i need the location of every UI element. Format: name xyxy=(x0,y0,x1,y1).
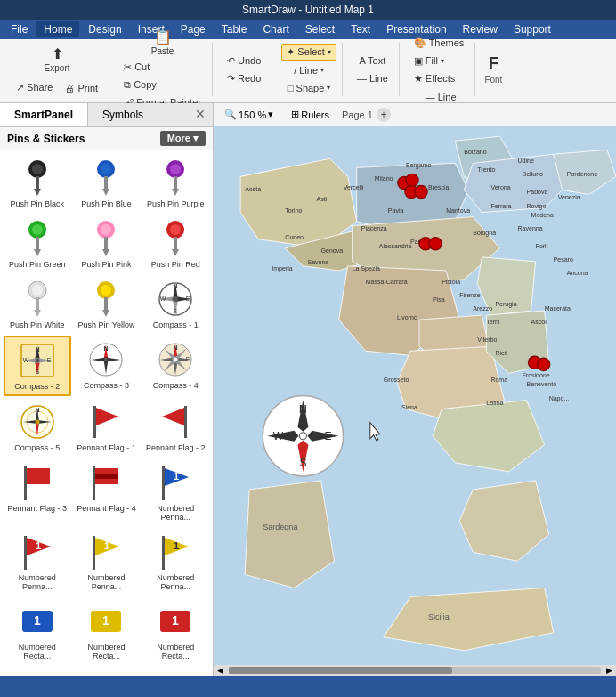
menu-select[interactable]: Select xyxy=(298,21,342,37)
push-pin-yellow-label: Push Pin Yellow xyxy=(77,320,134,329)
symbol-compass-5[interactable]: N Compass - 5 xyxy=(4,398,71,457)
line-button[interactable]: / Line ▾ xyxy=(288,62,329,78)
svg-text:E: E xyxy=(46,357,51,363)
svg-text:Brescia: Brescia xyxy=(428,184,449,190)
numbered-penna-2-img: 1 xyxy=(18,532,57,571)
numbered-recta-1-img: 1 xyxy=(18,602,57,641)
symbol-numbered-penna-1[interactable]: 1 Numbered Penna... xyxy=(142,458,209,526)
symbol-compass-4[interactable]: N E Compass - 4 xyxy=(142,336,209,396)
symbol-push-pin-white[interactable]: Push Pin White xyxy=(4,275,71,334)
add-page-button[interactable]: + xyxy=(377,108,391,122)
paste-button[interactable]: 📋 Paste xyxy=(142,29,184,57)
svg-text:Pisa: Pisa xyxy=(433,296,445,303)
svg-text:1: 1 xyxy=(172,613,179,628)
svg-text:Roma: Roma xyxy=(490,377,507,383)
menu-design[interactable]: Design xyxy=(81,21,128,37)
select-button[interactable]: ✦ Select ▾ xyxy=(281,44,336,61)
svg-text:Bologna: Bologna xyxy=(473,230,496,237)
svg-point-79 xyxy=(35,420,39,425)
more-button[interactable]: More ▾ xyxy=(160,131,206,146)
svg-text:Ascoli: Ascoli xyxy=(531,319,548,325)
page-indicator: Page 1 + xyxy=(342,108,391,122)
push-pin-red-label: Push Pin Red xyxy=(151,260,200,269)
undo-button[interactable]: ↶ Undo xyxy=(222,53,266,69)
symbol-compass-3[interactable]: N Compass - 3 xyxy=(73,336,141,396)
symbol-numbered-penna-3[interactable]: 1 Numbered Penna... xyxy=(73,528,141,596)
canvas-content[interactable]: Aosta Torino Cuneo Asti Vercelli Milano … xyxy=(214,126,616,665)
print-button[interactable]: 🖨 Print xyxy=(60,79,103,96)
copy-button[interactable]: ⧉ Copy xyxy=(118,77,207,93)
symbol-dot-sticker-black[interactable]: Dot Sticker Black xyxy=(4,667,71,676)
symbol-compass-2[interactable]: N S W E Compass - 2 xyxy=(4,336,71,396)
symbol-numbered-penna-4[interactable]: 1 Numbered Penna... xyxy=(142,528,209,596)
menu-chart[interactable]: Chart xyxy=(255,21,296,37)
symbol-compass-1[interactable]: N S W E Compass - 1 xyxy=(142,275,209,334)
svg-text:Modena: Modena xyxy=(531,212,554,218)
symbol-dot-sticker-blue[interactable]: Dot Sticker Blue xyxy=(73,667,141,676)
symbol-push-pin-green[interactable]: Push Pin Green xyxy=(4,215,71,273)
symbols-tab[interactable]: Symbols xyxy=(88,103,158,126)
export-icon: ⬆ xyxy=(52,47,63,61)
scroll-left-button[interactable]: ◀ xyxy=(214,666,227,675)
scroll-right-button[interactable]: ▶ xyxy=(603,666,616,675)
line3-button[interactable]: — Line xyxy=(420,89,462,105)
line2-button[interactable]: — Line xyxy=(352,70,393,86)
smartpanel-tab[interactable]: SmartPanel xyxy=(0,103,88,126)
symbol-push-pin-yellow[interactable]: Push Pin Yellow xyxy=(73,275,141,334)
symbol-push-pin-pink[interactable]: Push Pin Pink xyxy=(73,215,141,273)
svg-text:N: N xyxy=(35,407,39,413)
symbol-pennant-flag-3[interactable]: Pennant Flag - 3 xyxy=(4,458,71,526)
svg-text:Bergamo: Bergamo xyxy=(406,162,432,169)
symbol-pennant-flag-4[interactable]: Pennant Flag - 4 xyxy=(73,458,141,526)
redo-button[interactable]: ↷ Redo xyxy=(222,70,266,87)
cut-button[interactable]: ✂ Cut xyxy=(118,59,207,76)
push-pin-green-label: Push Pin Green xyxy=(9,260,66,269)
numbered-penna-3-label: Numbered Penna... xyxy=(76,573,138,591)
scroll-thumb[interactable] xyxy=(229,667,452,674)
svg-rect-99 xyxy=(162,536,165,570)
push-pin-pink-img xyxy=(86,219,126,258)
menu-support[interactable]: Support xyxy=(507,21,558,37)
symbol-push-pin-purple[interactable]: Push Pin Purple xyxy=(142,154,209,213)
svg-marker-19 xyxy=(102,249,109,256)
menu-text[interactable]: Text xyxy=(344,21,377,37)
svg-text:Rieti: Rieti xyxy=(495,350,507,356)
menu-file[interactable]: File xyxy=(4,21,35,37)
svg-text:1: 1 xyxy=(34,613,41,628)
menu-table[interactable]: Table xyxy=(215,21,255,37)
menu-home[interactable]: Home xyxy=(36,21,79,37)
effects-button[interactable]: ★ Effects xyxy=(409,70,470,87)
share-button[interactable]: ↗ Share xyxy=(11,79,58,96)
svg-text:E: E xyxy=(186,296,190,302)
symbol-numbered-recta-2[interactable]: 1 Numbered Recta... xyxy=(73,597,141,665)
symbol-numbered-recta-3[interactable]: 1 Numbered Recta... xyxy=(142,597,209,665)
compass-1-label: Compass - 1 xyxy=(153,320,199,329)
shape-button[interactable]: □ Shape ▾ xyxy=(282,80,336,96)
scroll-track[interactable] xyxy=(229,667,601,674)
symbol-pennant-flag-1[interactable]: Pennant Flag - 1 xyxy=(73,398,141,457)
symbol-numbered-recta-1[interactable]: 1 Numbered Recta... xyxy=(4,597,71,665)
push-pin-blue-img xyxy=(86,158,126,198)
svg-point-1 xyxy=(32,164,43,174)
fill-button[interactable]: ▣ Fill ▾ xyxy=(409,53,470,69)
horizontal-scrollbar[interactable]: ◀ ▶ xyxy=(214,665,616,676)
svg-text:Trento: Trento xyxy=(477,166,495,173)
svg-text:Cuneo: Cuneo xyxy=(285,234,304,240)
export-button[interactable]: ⬆ Export xyxy=(36,43,78,77)
symbol-numbered-penna-2[interactable]: 1 Numbered Penna... xyxy=(4,528,71,596)
symbol-push-pin-red[interactable]: Push Pin Red xyxy=(142,215,209,273)
symbol-dot-sticker-green[interactable]: Dot Sticker Green xyxy=(142,667,209,676)
text-button[interactable]: A Text xyxy=(353,53,391,69)
symbol-pennant-flag-2[interactable]: Pennant Flag - 2 xyxy=(142,398,209,457)
pennant-flag-4-img xyxy=(86,463,126,502)
themes-button[interactable]: 🎨 Themes xyxy=(409,35,470,52)
symbol-push-pin-black[interactable]: Push Pin Black xyxy=(4,154,71,213)
push-pin-green-img xyxy=(18,219,57,258)
sidebar-close-button[interactable]: ✕ xyxy=(188,103,213,126)
svg-text:Frosinone: Frosinone xyxy=(523,372,550,378)
map-container[interactable]: Aosta Torino Cuneo Asti Vercelli Milano … xyxy=(214,126,616,665)
svg-text:N: N xyxy=(299,403,307,416)
symbol-push-pin-blue[interactable]: Push Pin Blue xyxy=(73,154,141,213)
zoom-control[interactable]: 🔍 150 % ▾ xyxy=(219,106,279,123)
rulers-button[interactable]: ⊞ Rulers xyxy=(286,106,335,123)
